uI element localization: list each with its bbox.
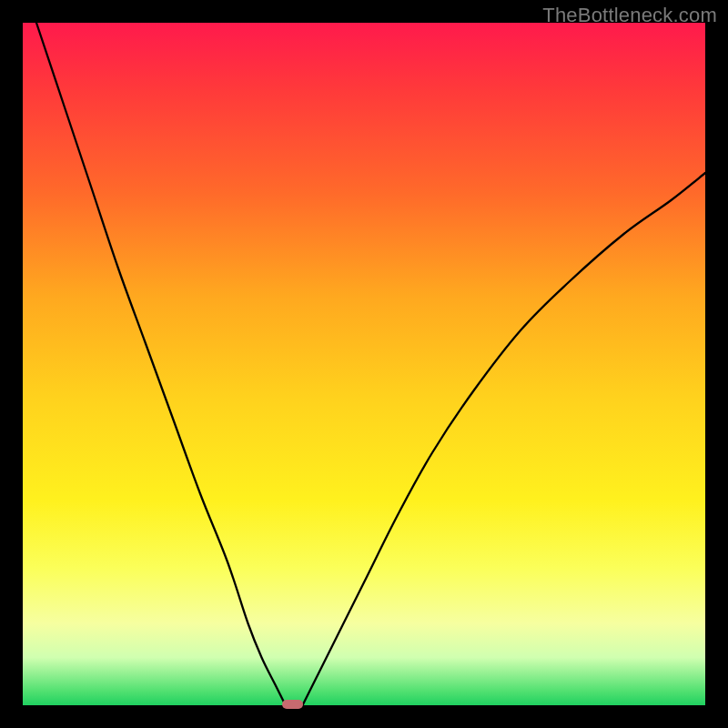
curve-left-branch	[36, 23, 286, 705]
chart-canvas	[23, 23, 705, 705]
optimal-point-marker	[282, 700, 303, 710]
curve-right-branch	[303, 173, 706, 705]
watermark-text: TheBottleneck.com	[542, 4, 717, 27]
